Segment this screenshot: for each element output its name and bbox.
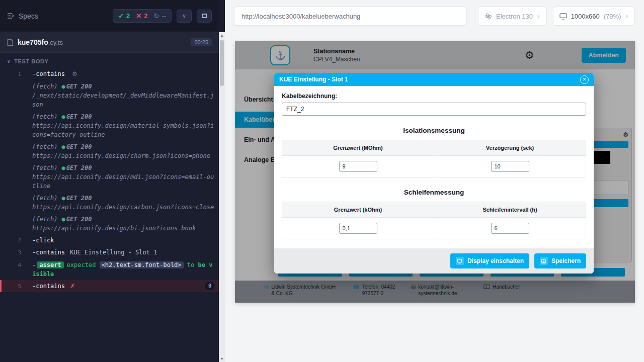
- reporter-scrollbar[interactable]: ▲ ▼: [219, 32, 225, 362]
- aut-panel: Electron 130 ∨ 1000x660 (79%) ∨ ⚓ Statio…: [225, 0, 644, 362]
- test-body-label: TEST BODY: [14, 58, 48, 64]
- viewport-zoom: (79%): [604, 13, 621, 20]
- assert-expected: expected: [67, 261, 96, 268]
- fetch-tag: (fetch): [32, 195, 58, 202]
- fetch-status: GET 200: [66, 113, 92, 120]
- failed-count: 2: [144, 12, 147, 20]
- fetch-log-row[interactable]: (fetch)●GET 200https://api.iconify.desig…: [0, 192, 219, 213]
- viewport-select[interactable]: 1000x660 (79%) ∨: [553, 7, 635, 26]
- assert-badge: assert: [37, 261, 63, 268]
- fetch-tag: (fetch): [32, 164, 58, 171]
- fetch-status: GET 200: [66, 216, 92, 223]
- request-dot-icon: ●: [62, 164, 65, 171]
- chevron-down-icon: ∨: [182, 13, 186, 19]
- passed-count: 2: [126, 12, 130, 20]
- loop-interval-input[interactable]: [491, 223, 529, 234]
- command-row[interactable]: 2 -click: [0, 234, 219, 247]
- request-dot-icon: ●: [62, 143, 65, 150]
- fetch-status: GET 200: [66, 164, 92, 171]
- browser-select[interactable]: Electron 130 ∨: [478, 7, 547, 26]
- request-dot-icon: ●: [62, 113, 65, 120]
- scroll-down-icon[interactable]: ▼: [219, 355, 225, 362]
- save-button[interactable]: Speichern: [534, 253, 586, 268]
- modal-footer: Display einschalten Speichern: [274, 248, 594, 274]
- isolation-col1-header: Grenzwert (MOhm): [282, 140, 434, 156]
- loop-col1-header: Grenzwert (kOhm): [282, 202, 434, 218]
- screen: Specs ✓2 ✕2 ↻-- ∨ kue705fo.cy.ts 00:25 ∨…: [0, 0, 644, 362]
- reporter-header: Specs ✓2 ✕2 ↻-- ∨: [0, 0, 219, 32]
- cable-name-input[interactable]: [282, 103, 586, 116]
- pending-count: --: [162, 12, 166, 20]
- command-number: 4: [0, 260, 32, 270]
- command-dash: -: [32, 261, 36, 268]
- specs-menu[interactable]: Specs: [7, 12, 38, 20]
- fetch-tag: (fetch): [32, 143, 58, 150]
- spec-duration: 00:25: [191, 38, 212, 46]
- specs-label: Specs: [19, 12, 38, 20]
- scroll-up-icon[interactable]: ▲: [219, 32, 225, 39]
- fetch-url: /_next/static/development/_devMiddleware…: [32, 91, 215, 109]
- url-input[interactable]: [234, 7, 466, 26]
- electron-icon: [485, 13, 492, 20]
- fail-x-icon: ✗: [70, 283, 75, 290]
- chevron-down-icon: ∨: [625, 14, 628, 19]
- passed-icon: ✓: [118, 12, 124, 20]
- stop-icon: [202, 14, 207, 18]
- isolation-delay-input[interactable]: [491, 161, 529, 172]
- command-number: 3: [0, 248, 32, 257]
- command-log: 1 -contains⚙ (fetch)●GET 200/_next/stati…: [0, 68, 219, 297]
- fetch-log-row[interactable]: (fetch)●GET 200https://api.iconify.desig…: [0, 111, 219, 141]
- fetch-log-row[interactable]: (fetch)●GET 200/_next/static/development…: [0, 80, 219, 111]
- fetch-status: GET 200: [66, 83, 92, 90]
- pending-icon: ↻: [153, 12, 159, 20]
- loop-limit-input[interactable]: [339, 223, 377, 234]
- cable-name-label: Kabelbezeichnung:: [282, 93, 586, 100]
- display-on-label: Display einschalten: [467, 257, 524, 264]
- fetch-log-row[interactable]: (fetch)●GET 200https://api.iconify.desig…: [0, 141, 219, 162]
- isolation-limit-input[interactable]: [339, 161, 377, 172]
- retry-count-badge: 0: [205, 282, 215, 290]
- fetch-log-row[interactable]: (fetch)●GET 200https://api.iconify.desig…: [0, 213, 219, 234]
- stop-button[interactable]: [197, 10, 212, 23]
- viewport-size: 1000x660: [571, 13, 600, 20]
- close-icon[interactable]: ✕: [580, 75, 589, 84]
- spec-file-icon: [7, 39, 14, 46]
- monitor-icon: [559, 13, 567, 20]
- fetch-log-row[interactable]: (fetch)●GET 200https://api.iconify.desig…: [0, 162, 219, 192]
- spec-name: kue705fo: [18, 38, 48, 46]
- assert-row[interactable]: 4 -assertexpected <h2.text-sm.font-bold>…: [0, 259, 219, 280]
- command-number: 1: [0, 69, 32, 79]
- failed-command-row[interactable]: 5 -contains✗ 0: [0, 280, 219, 293]
- command-row[interactable]: 1 -contains⚙: [0, 68, 219, 80]
- scrollbar-thumb[interactable]: [220, 40, 224, 86]
- spec-ext: .cy.ts: [48, 39, 63, 46]
- chevron-down-icon: ∨: [7, 59, 11, 64]
- command-arg: KUE Einstellung - Slot 1: [70, 249, 157, 256]
- cypress-reporter: Specs ✓2 ✕2 ↻-- ∨ kue705fo.cy.ts 00:25 ∨…: [0, 0, 225, 362]
- command-row[interactable]: 3 -containsKUE Einstellung - Slot 1: [0, 246, 219, 259]
- fetch-url: https://api.iconify.design/material-symb…: [32, 121, 215, 139]
- display-icon: [456, 257, 464, 265]
- loop-col2-header: Schleifenintervall (h): [434, 202, 586, 218]
- request-dot-icon: ●: [62, 195, 65, 202]
- fetch-url: https://api.iconify.design/charm.json?ic…: [32, 151, 215, 160]
- modal-header: KUE Einstellung - Slot 1 ✕: [274, 73, 594, 86]
- fetch-tag: (fetch): [32, 113, 58, 120]
- isolation-col2-header: Verzögerung (sek): [434, 140, 586, 156]
- request-dot-icon: ●: [62, 216, 65, 223]
- loop-section-title: Schleifenmessung: [282, 189, 586, 196]
- options-icon: ⚙: [72, 70, 77, 77]
- command-name: -click: [32, 237, 54, 244]
- assert-tail: to: [187, 261, 194, 268]
- command-number: 5: [2, 282, 32, 291]
- chevron-down-icon: ∨: [537, 14, 540, 19]
- fetch-tag: (fetch): [32, 216, 58, 223]
- isolation-section-title: Isolationsmessung: [282, 127, 586, 134]
- display-on-button[interactable]: Display einschalten: [450, 253, 529, 268]
- spec-file-row[interactable]: kue705fo.cy.ts 00:25: [0, 32, 219, 53]
- browser-label: Electron 130: [496, 13, 533, 20]
- collapse-button[interactable]: ∨: [177, 10, 192, 23]
- command-name: -contains: [32, 249, 65, 256]
- test-body-toggle[interactable]: ∨ TEST BODY: [0, 53, 219, 68]
- test-stats: ✓2 ✕2 ↻--: [113, 9, 172, 23]
